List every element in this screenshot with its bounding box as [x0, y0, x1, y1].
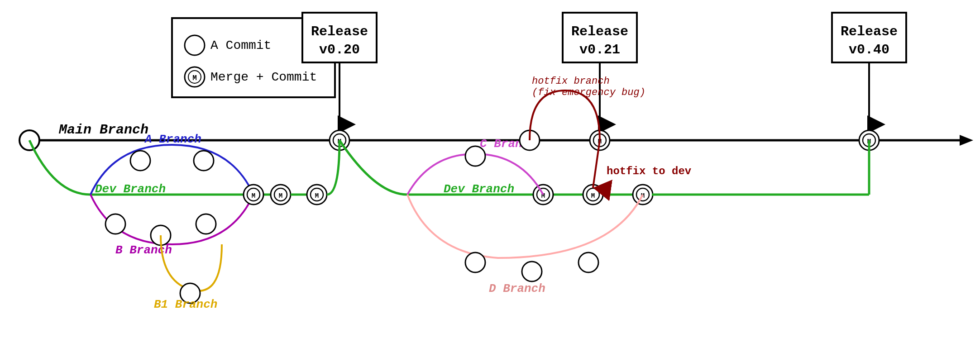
svg-text:M: M [252, 192, 255, 200]
svg-text:M: M [315, 192, 319, 200]
svg-marker-15 [960, 135, 973, 146]
svg-point-35 [194, 151, 214, 171]
dev-branch-label-1: Dev Branch [95, 182, 166, 196]
legend-merge-label: Merge + Commit [210, 70, 317, 84]
hotfix-branch-sublabel: (fix emergency bug) [532, 87, 645, 98]
b-branch-label: B Branch [115, 243, 172, 257]
release-v040-label: Release [841, 24, 898, 39]
svg-point-1 [185, 35, 205, 55]
svg-text:v0.20: v0.20 [319, 42, 360, 57]
main-branch-label: Main Branch [58, 122, 148, 138]
svg-text:v0.40: v0.40 [849, 42, 889, 57]
release-v021-label: Release [571, 24, 628, 39]
svg-point-36 [105, 214, 125, 234]
hotfix-to-dev-label: hotfix to dev [607, 165, 691, 177]
release-v020-label: Release [311, 24, 368, 39]
svg-text:M: M [192, 74, 197, 82]
svg-point-38 [196, 214, 216, 234]
hotfix-branch-label: hotfix branch [532, 76, 610, 87]
d-branch-label: D Branch [489, 282, 545, 295]
a-branch-label: A Branch [144, 133, 201, 146]
svg-point-55 [522, 262, 542, 281]
svg-text:v0.21: v0.21 [579, 42, 620, 57]
dev-branch-label-2: Dev Branch [444, 182, 514, 196]
svg-text:M: M [279, 192, 282, 200]
svg-text:M: M [591, 192, 595, 200]
svg-point-54 [465, 252, 485, 272]
b1-branch-label: B1 Branch [154, 298, 217, 311]
svg-point-56 [578, 252, 598, 272]
legend-commit-label: A Commit [210, 38, 271, 52]
svg-point-34 [130, 151, 150, 171]
